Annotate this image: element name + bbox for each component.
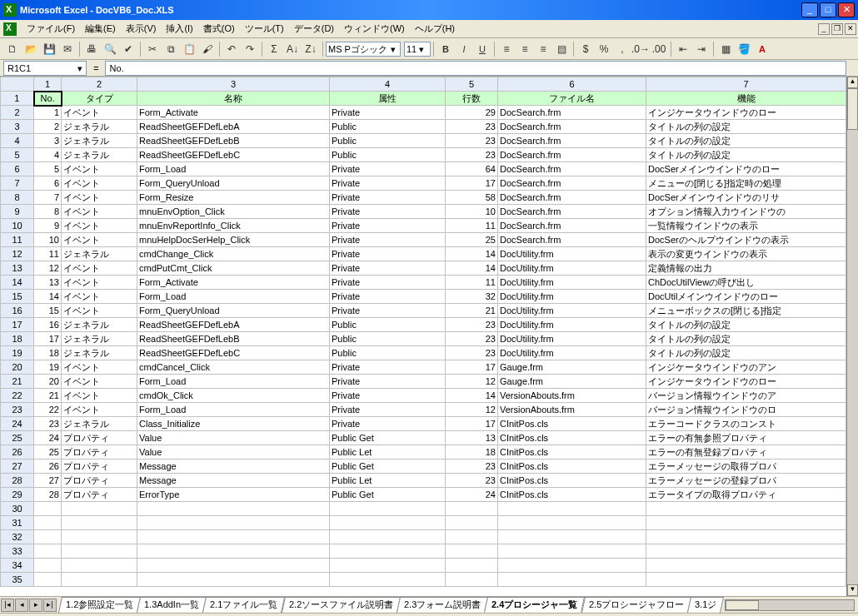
vscroll-thumb[interactable] xyxy=(847,88,858,130)
cell[interactable] xyxy=(62,502,137,516)
cell[interactable]: エラーメッセージの登録プロパ xyxy=(646,474,846,488)
cell[interactable]: Private xyxy=(330,162,446,176)
row-header[interactable]: 23 xyxy=(1,403,34,417)
cell[interactable]: 17 xyxy=(34,332,62,346)
cell[interactable]: CInitPos.cls xyxy=(498,474,646,488)
cell[interactable]: Form_QueryUnload xyxy=(137,176,330,191)
cell[interactable]: DocUtility.frm xyxy=(498,247,646,261)
cell[interactable]: ジェネラル xyxy=(62,148,137,162)
sheet-tab[interactable]: 2.2ソースファイル説明書 xyxy=(282,597,401,613)
cell[interactable] xyxy=(137,573,330,587)
sheet-header-cell[interactable]: 機能 xyxy=(646,92,846,106)
chevron-down-icon[interactable]: ▾ xyxy=(77,62,82,75)
mdi-restore-button[interactable]: ❐ xyxy=(831,23,843,35)
percent-icon[interactable]: % xyxy=(595,40,613,58)
cell[interactable]: Form_QueryUnload xyxy=(137,304,330,318)
cell[interactable]: 23 xyxy=(34,417,62,431)
sheet-tab[interactable]: 1.3AddIn一覧 xyxy=(137,597,207,613)
cell[interactable]: 14 xyxy=(446,261,498,276)
cell[interactable]: Gauge.frm xyxy=(498,375,646,389)
row-header[interactable]: 13 xyxy=(1,261,34,276)
cell[interactable]: 23 xyxy=(446,120,498,134)
vertical-scrollbar[interactable]: ▲ ▼ xyxy=(846,77,858,596)
currency-icon[interactable]: $ xyxy=(576,40,595,58)
name-box[interactable]: R1C1 ▾ xyxy=(3,61,87,76)
cell[interactable]: Message xyxy=(137,474,330,488)
cell[interactable]: DocSearch.frm xyxy=(498,205,646,219)
cell[interactable] xyxy=(330,544,446,559)
cell[interactable]: 14 xyxy=(34,290,62,304)
open-icon[interactable]: 📂 xyxy=(22,40,40,58)
cell[interactable]: 21 xyxy=(446,304,498,318)
copy-icon[interactable]: ⧉ xyxy=(162,40,180,58)
cell[interactable] xyxy=(646,559,846,573)
menu-ツール[interactable]: ツール(T) xyxy=(240,22,289,35)
cell[interactable] xyxy=(62,530,137,544)
cell[interactable]: DocSearch.frm xyxy=(498,219,646,233)
cell[interactable]: Private xyxy=(330,417,446,431)
cell[interactable] xyxy=(498,573,646,587)
cell[interactable]: DocSerのヘルプウインドウの表示 xyxy=(646,233,846,247)
cell[interactable]: CInitPos.cls xyxy=(498,431,646,445)
row-header[interactable]: 31 xyxy=(1,516,34,530)
cell[interactable]: VersionAbouts.frm xyxy=(498,389,646,403)
row-header[interactable]: 18 xyxy=(1,332,34,346)
formula-input[interactable]: No. xyxy=(105,61,846,76)
cell[interactable]: DocSearch.frm xyxy=(498,162,646,176)
cell[interactable]: イベント xyxy=(62,219,137,233)
spelling-icon[interactable]: ✔ xyxy=(119,40,137,58)
cell[interactable] xyxy=(62,516,137,530)
cell[interactable]: 23 xyxy=(446,460,498,474)
sheet-header-cell[interactable]: 行数 xyxy=(446,92,498,106)
row-header[interactable]: 24 xyxy=(1,417,34,431)
row-header[interactable]: 15 xyxy=(1,290,34,304)
cell[interactable]: イベント xyxy=(62,162,137,176)
cell[interactable]: ReadSheetGEFDefLebA xyxy=(137,318,330,332)
column-header[interactable]: 5 xyxy=(446,77,498,92)
cell[interactable]: 26 xyxy=(34,460,62,474)
cell[interactable]: Class_Initialize xyxy=(137,417,330,431)
row-header[interactable]: 10 xyxy=(1,219,34,233)
cell[interactable] xyxy=(498,559,646,573)
row-header[interactable]: 6 xyxy=(1,162,34,176)
cell[interactable]: 23 xyxy=(446,474,498,488)
cell[interactable]: エラーの有無参照プロパティ xyxy=(646,431,846,445)
cell[interactable]: 2 xyxy=(34,120,62,134)
menu-ヘルプ[interactable]: ヘルプ(H) xyxy=(410,22,460,35)
cell[interactable] xyxy=(446,573,498,587)
cell[interactable]: Public Get xyxy=(330,488,446,502)
cell[interactable]: タイトルの列の設定 xyxy=(646,346,846,360)
align-right-icon[interactable]: ≡ xyxy=(534,40,552,58)
borders-icon[interactable]: ▦ xyxy=(716,40,735,58)
cell[interactable] xyxy=(446,559,498,573)
menu-書式[interactable]: 書式(O) xyxy=(198,22,240,35)
chevron-down-icon[interactable]: ▾ xyxy=(417,42,427,56)
cell[interactable]: 23 xyxy=(446,318,498,332)
cell[interactable]: CInitPos.cls xyxy=(498,488,646,502)
row-header[interactable]: 19 xyxy=(1,346,34,360)
cell[interactable]: 23 xyxy=(446,332,498,346)
cell[interactable]: 15 xyxy=(34,304,62,318)
row-header[interactable]: 30 xyxy=(1,502,34,516)
comma-icon[interactable]: , xyxy=(613,40,631,58)
cell[interactable]: イベント xyxy=(62,191,137,205)
cell[interactable]: ジェネラル xyxy=(62,120,137,134)
cell[interactable]: DocUtilメインウインドウのロー xyxy=(646,290,846,304)
cell[interactable] xyxy=(646,573,846,587)
column-header[interactable]: 1 xyxy=(34,77,62,92)
cell[interactable]: DocSearch.frm xyxy=(498,106,646,120)
cell[interactable]: 4 xyxy=(34,148,62,162)
cell[interactable]: 18 xyxy=(446,445,498,460)
cell[interactable]: mnuEnvOption_Click xyxy=(137,205,330,219)
cell[interactable]: 11 xyxy=(446,219,498,233)
new-icon[interactable]: 🗋 xyxy=(3,40,22,58)
cell[interactable]: DocSerメインウインドウのロー xyxy=(646,162,846,176)
cell[interactable]: 32 xyxy=(446,290,498,304)
sheet-tab[interactable]: 1.2参照設定一覧 xyxy=(58,597,141,613)
cell[interactable]: 28 xyxy=(34,488,62,502)
cell[interactable]: インジケータウインドウのアン xyxy=(646,360,846,375)
cell[interactable]: バージョン情報ウインドウのア xyxy=(646,389,846,403)
cell[interactable]: 18 xyxy=(34,346,62,360)
cell[interactable]: イベント xyxy=(62,403,137,417)
print-preview-icon[interactable]: 🔍 xyxy=(101,40,119,58)
